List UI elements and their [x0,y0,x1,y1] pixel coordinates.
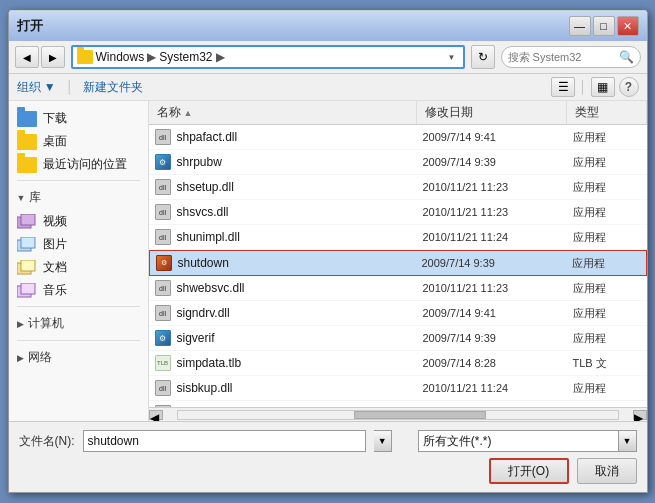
desktop-folder-icon [17,134,37,150]
horizontal-scrollbar[interactable]: ◀ ▶ [149,407,647,421]
column-header-name[interactable]: 名称 ▲ [149,101,417,124]
main-content: 下载 桌面 最近访问的位置 ▼ 库 视频 [9,101,647,421]
file-date-cell: 2009/7/14 9:39 [417,330,567,346]
tlb-icon: TLB [155,355,171,371]
document-library-icon [17,260,37,276]
sidebar-item-video[interactable]: 视频 [9,210,148,233]
sidebar-label-download: 下载 [43,110,67,127]
maximize-button[interactable]: □ [593,16,615,36]
view-grid-button[interactable]: ▦ [591,77,615,97]
file-name-text: sigverif [177,331,215,345]
table-row[interactable]: dll sisbkup.dll 2010/11/21 11:24 应用程 [149,376,647,401]
filename-input[interactable] [83,430,366,452]
file-name-cell: dll shunimpl.dll [149,227,417,247]
dll-icon: dll [155,204,171,220]
toolbar-divider-1: │ [66,80,74,94]
file-date-cell: 2010/11/21 11:24 [417,229,567,245]
file-type-cell: TLB 文 [567,354,647,373]
address-toolbar: ◀ ▶ Windows ▶ System32 ▶ ▼ ↻ 🔍 [9,41,647,74]
scroll-right-btn[interactable]: ▶ [633,410,647,420]
table-row[interactable]: dll shunimpl.dll 2010/11/21 11:24 应用程 [149,225,647,250]
sidebar-item-document[interactable]: 文档 [9,256,148,279]
dll-icon: dll [155,280,171,296]
table-row[interactable]: dll signdrv.dll 2009/7/14 9:41 应用程 [149,301,647,326]
table-row[interactable]: dll shsvcs.dll 2010/11/21 11:23 应用程 [149,200,647,225]
sidebar-item-recent[interactable]: 最近访问的位置 [9,153,148,176]
open-button[interactable]: 打开(O) [489,458,569,484]
new-folder-button[interactable]: 新建文件夹 [83,79,143,96]
file-name-cell: dll sisbkup.dll [149,378,417,398]
file-name-cell: TLB simpdata.tlb [149,353,417,373]
table-row[interactable]: dll shwebsvc.dll 2010/11/21 11:23 应用程 [149,276,647,301]
table-row[interactable]: ⚙ shutdown 2009/7/14 9:39 应用程 [149,250,647,276]
organize-button[interactable]: 组织 ▼ [17,79,56,96]
filetype-dropdown-button[interactable]: ▼ [619,430,637,452]
breadcrumb-windows[interactable]: Windows [96,50,145,64]
action-buttons: 打开(O) 取消 [19,458,637,484]
dialog-title: 打开 [17,17,43,35]
svg-rect-1 [21,214,35,225]
exe-icon: ⚙ [155,154,171,170]
sidebar-label-recent: 最近访问的位置 [43,156,127,173]
close-button[interactable]: ✕ [617,16,639,36]
sidebar-label-picture: 图片 [43,236,67,253]
filename-row: 文件名(N): ▼ ▼ [19,430,637,452]
file-type-cell: 应用程 [567,304,647,323]
file-date-cell: 2009/7/14 9:41 [417,129,567,145]
sort-arrow: ▲ [184,108,193,118]
file-type-cell: 应用程 [567,153,647,172]
file-date-cell: 2009/7/14 8:28 [417,355,567,371]
file-date-cell: 2010/11/21 11:24 [417,380,567,396]
column-header-type[interactable]: 类型 [567,101,647,124]
dll-icon: dll [155,380,171,396]
open-dialog: 打开 — □ ✕ ◀ ▶ Windows ▶ System32 ▶ ▼ ↻ 🔍 [8,10,648,493]
forward-button[interactable]: ▶ [41,46,65,68]
scroll-left-btn[interactable]: ◀ [149,410,163,420]
minimize-button[interactable]: — [569,16,591,36]
table-row[interactable]: TLB simpdata.tlb 2009/7/14 8:28 TLB 文 [149,351,647,376]
breadcrumb-separator-2: ▶ [216,50,225,64]
exe-icon: ⚙ [155,330,171,346]
cancel-button[interactable]: 取消 [577,458,637,484]
table-row[interactable]: dll shsetup.dll 2010/11/21 11:23 应用程 [149,175,647,200]
view-buttons: ☰ │ ▦ ? [551,77,639,97]
table-row[interactable]: ⚙ shrpubw 2009/7/14 9:39 应用程 [149,150,647,175]
breadcrumb-dropdown-btn[interactable]: ▼ [445,50,459,64]
refresh-button[interactable]: ↻ [471,45,495,69]
file-type-cell: 应用程 [567,279,647,298]
view-icon: ☰ [558,80,569,94]
table-row[interactable]: ⚙ sigverif 2009/7/14 9:39 应用程 [149,326,647,351]
help-button[interactable]: ? [619,77,639,97]
sidebar-separator-2 [17,306,140,307]
breadcrumb-system32[interactable]: System32 [159,50,212,64]
sidebar-item-desktop[interactable]: 桌面 [9,130,148,153]
sidebar-section-computer[interactable]: ▶ 计算机 [9,311,148,336]
sidebar-label-music: 音乐 [43,282,67,299]
table-row[interactable]: dll shpafact.dll 2009/7/14 9:41 应用程 [149,125,647,150]
dll-icon: dll [155,229,171,245]
file-type-cell: 应用程 [567,178,647,197]
network-expand-icon: ▶ [17,353,24,363]
sidebar-label-document: 文档 [43,259,67,276]
column-header-date[interactable]: 修改日期 [417,101,567,124]
title-bar: 打开 — □ ✕ [9,11,647,41]
sidebar-separator-3 [17,340,140,341]
file-date-cell: 2010/11/21 11:23 [417,179,567,195]
sidebar-section-library[interactable]: ▼ 库 [9,185,148,210]
secondary-toolbar: 组织 ▼ │ 新建文件夹 ☰ │ ▦ ? [9,74,647,101]
view-toggle-button[interactable]: ☰ [551,77,575,97]
file-name-text: shunimpl.dll [177,230,240,244]
file-list-container: 名称 ▲ 修改日期 类型 dll shpafact.dll 2009/7/14 … [149,101,647,421]
search-input[interactable] [508,51,615,63]
sidebar-item-download[interactable]: 下载 [9,107,148,130]
sidebar-label-video: 视频 [43,213,67,230]
sidebar-section-network[interactable]: ▶ 网络 [9,345,148,370]
sidebar-item-music[interactable]: 音乐 [9,279,148,302]
file-name-cell: dll shsvcs.dll [149,202,417,222]
file-date-cell: 2010/11/21 11:23 [417,204,567,220]
sidebar-item-picture[interactable]: 图片 [9,233,148,256]
file-name-cell: dll shwebsvc.dll [149,278,417,298]
filename-dropdown-button[interactable]: ▼ [374,430,392,452]
back-button[interactable]: ◀ [15,46,39,68]
breadcrumb-bar[interactable]: Windows ▶ System32 ▶ ▼ [71,45,465,69]
